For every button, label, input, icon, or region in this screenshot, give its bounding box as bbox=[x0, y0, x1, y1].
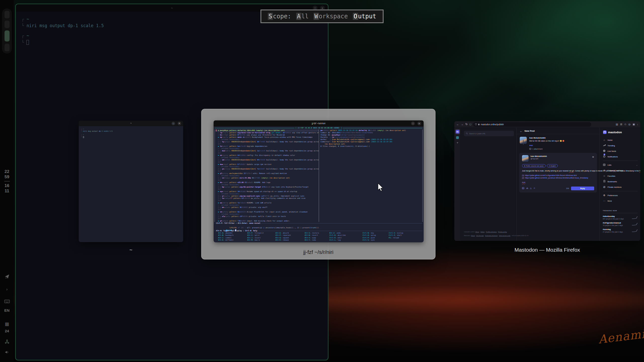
language-pill[interactable]: AEnglish bbox=[547, 164, 558, 167]
new-tab-button[interactable]: + bbox=[457, 141, 458, 145]
downloads-icon[interactable]: ↓ bbox=[637, 123, 638, 126]
instance-links[interactable]: mastodon.online: About · Status · Profil… bbox=[464, 231, 514, 233]
trending-item[interactable]: #silentsunday697 people in the past 2 da… bbox=[603, 215, 638, 220]
post-author[interactable]: Ivan Molodetskikh bbox=[529, 137, 596, 139]
search-input[interactable]: Search or paste URL bbox=[464, 131, 514, 136]
jj-log-line[interactable]: ~ (elided revisions) bbox=[216, 148, 319, 150]
tab-mastodon[interactable]: m bbox=[455, 129, 460, 134]
nav-item-preferences[interactable]: ⚙Preferences bbox=[603, 193, 638, 198]
jj-log-line[interactable]: ○ kxsrrnpt yalterz 8f3b143e wip always u… bbox=[216, 134, 319, 136]
jj-log-line[interactable]: ~ (elided revisions) bbox=[216, 157, 319, 159]
url-bar[interactable]: mastodon.online/publish bbox=[473, 122, 591, 127]
content-warning-icon[interactable]: △ bbox=[530, 187, 532, 189]
jj-log-line[interactable]: ◆ mwwrqypl yalterz b7939dbf Update cargo… bbox=[216, 163, 319, 166]
jj-log-line[interactable]: ~ (elided revisions) bbox=[216, 139, 319, 141]
telegram-icon[interactable] bbox=[0, 274, 14, 280]
nav-item-notifications[interactable]: 1Notifications bbox=[603, 154, 638, 159]
compose-card[interactable]: Ivan Molodetskikh @YaLTeR ✕ ⊕Public, any… bbox=[519, 153, 597, 193]
tab-other[interactable] bbox=[456, 136, 459, 139]
trending-item[interactable]: #refrigeratorcleanout76 people in the pa… bbox=[603, 222, 638, 226]
jj-log-line[interactable]: ├─╯ bbox=[216, 170, 319, 172]
thread-post[interactable]: Ivan Molodetskikh We've hit 15k stars on… bbox=[517, 134, 599, 151]
keyboard-layout-label[interactable]: EN bbox=[0, 308, 14, 312]
jj-log-line[interactable]: ◆ tvbomxtl yalterz ba6c5e38 Upgrade depe… bbox=[216, 145, 319, 148]
workspace-pill-1[interactable] bbox=[5, 11, 10, 18]
trending-tag[interactable]: #sonntag bbox=[603, 228, 630, 231]
jj-log-line[interactable]: ◆ ptsqtpxn yalterz f360a868 input: Add m… bbox=[216, 220, 319, 222]
privacy-pill[interactable]: ⊕Public, anyone can quote bbox=[522, 164, 546, 167]
chevron-down-icon[interactable]: ⌄ bbox=[636, 164, 638, 166]
switcher-selected-frame[interactable]: jj-fzf ~/s/r/niri □ ✕ [ JJ-FZF (0.34.0 2… bbox=[201, 109, 435, 259]
trending-item[interactable]: #sonntag27 people in the past 2 days bbox=[603, 228, 638, 233]
shield-icon[interactable] bbox=[475, 123, 477, 125]
jj-log-line[interactable]: ~ (elided revisions) bbox=[216, 175, 319, 177]
emoji-icon[interactable]: ☺ bbox=[533, 187, 535, 189]
switcher-window-jjfzf[interactable]: jj-fzf ~/s/r/niri □ ✕ [ JJ-FZF (0.34.0 2… bbox=[214, 120, 424, 242]
jj-log-line[interactable]: ◆ vnsytzsu yalterz 6bab9123 Accept Float… bbox=[216, 211, 319, 213]
bookmark-star-icon[interactable]: ✩ bbox=[624, 123, 626, 126]
jj-log-line[interactable]: ▌ @ pwsykkyo yalterz default@ 10b1c895 (… bbox=[216, 129, 319, 132]
workspace-pill-3[interactable] bbox=[5, 30, 10, 41]
jj-log-line[interactable]: │ ○ mwznwkrq 49699333+dependabot[bot] 1a… bbox=[216, 150, 319, 152]
scope-option-s[interactable]: Scope: bbox=[268, 13, 291, 20]
jj-log-line[interactable]: │ ○ twttmtyw?? yalterz 62b3b119 pw_utils… bbox=[216, 197, 319, 200]
brand-wordmark[interactable]: mastodon bbox=[608, 131, 622, 134]
screenshot-icon[interactable]: ▣ bbox=[633, 123, 635, 126]
library-icon[interactable]: □ bbox=[469, 123, 471, 126]
forward-icon[interactable]: → bbox=[461, 123, 464, 126]
jj-log-list[interactable]: ▌ @ pwsykkyo yalterz default@ 10b1c895 (… bbox=[215, 129, 319, 222]
nav-item-more[interactable]: ···More bbox=[603, 198, 638, 204]
scope-option-o[interactable]: Output bbox=[353, 13, 376, 20]
jj-log-line[interactable]: ~ (elided revisions) bbox=[216, 184, 319, 186]
back-icon[interactable]: ← bbox=[456, 123, 459, 126]
nav-item-followed-hashtags[interactable]: #Followed hashtags⌄ bbox=[603, 168, 638, 173]
attachment-label[interactable]: 1 attachment bbox=[532, 148, 542, 150]
jj-log-line[interactable]: ~ (elided revisions) bbox=[216, 193, 319, 195]
tray-grid-icon[interactable]: ▦ bbox=[0, 321, 14, 327]
nav-item-lists[interactable]: Lists⌄ bbox=[603, 162, 638, 168]
expand-chevron-icon[interactable]: › bbox=[0, 287, 14, 292]
workspace-pill-2[interactable] bbox=[5, 21, 10, 28]
nav-item-favorites[interactable]: ☆Favorites bbox=[603, 173, 638, 179]
close-button[interactable]: ✕ bbox=[178, 122, 181, 125]
jj-log-line[interactable]: │ ○ tyoptqxs 49699333+dependabot[bot] db… bbox=[216, 141, 319, 143]
mastodon-links[interactable]: Mastodon: About · Get the app · Keyboard… bbox=[464, 235, 514, 237]
jj-log-line[interactable]: ~ (elided revisions) bbox=[216, 213, 319, 215]
scope-option-w[interactable]: Workspace bbox=[314, 13, 348, 20]
account-icon[interactable]: ◎ bbox=[628, 123, 631, 126]
reload-icon[interactable]: ↻ bbox=[465, 123, 468, 126]
footer-line[interactable]: Mastodon: About · Get the app · Keyboard… bbox=[464, 235, 514, 237]
jj-log-line[interactable]: ◆ wyxrrovn yalterz 34b35a66 Rename spawn… bbox=[216, 191, 319, 193]
jj-log-line[interactable]: │ ○ yrwuwlsy yalterz wip/pw-explicit-syn… bbox=[216, 195, 319, 197]
jj-log-line[interactable]: │ ○ umkoxtws 49699333+dependabot[bot] 04… bbox=[216, 159, 319, 161]
switcher-window-firefox[interactable]: ← → ↻ □ mastodon.online/publish ▤ ⊞ ✩ ◎ … bbox=[454, 121, 640, 241]
poll-icon[interactable] bbox=[526, 187, 528, 190]
jj-log-line[interactable]: ├─╯ bbox=[216, 218, 319, 220]
jj-log-line[interactable]: │ ○ vzktwqux yalterz niri-25.08@ 9612738… bbox=[216, 177, 319, 179]
post-hashtag[interactable]: #niri bbox=[529, 144, 596, 147]
jj-log-line[interactable]: ◆ wuskmrop yalterz fafc6bc6 README: Link… bbox=[216, 202, 319, 204]
mastodon-logo-icon[interactable] bbox=[603, 130, 607, 134]
jj-log-line[interactable]: ├─╯ bbox=[216, 209, 319, 211]
jj-log-line[interactable]: ├─╯ bbox=[216, 200, 319, 202]
jj-log-line[interactable]: ├─╯ bbox=[216, 143, 319, 145]
jj-log-line[interactable]: │ ○ olulpvls yalterz c9f4d595 private: n… bbox=[216, 215, 319, 218]
scope-option-a[interactable]: All bbox=[296, 13, 308, 20]
switcher-window-terminal[interactable]: ~ □ ✕ ┌ ~└ niri msg output dp-1 scale 1.… bbox=[79, 121, 183, 242]
jj-log-line[interactable]: ○ rpkrvyro yalterz wip/move-view-on-hori… bbox=[216, 132, 319, 134]
close-icon[interactable]: ✕ bbox=[592, 156, 594, 158]
nav-item-bookmarks[interactable]: Bookmarks bbox=[603, 179, 638, 184]
close-button[interactable]: ✕ bbox=[417, 122, 421, 125]
jj-log-line[interactable]: │ ○ mnsslunz yalterz 363c8491 private: w… bbox=[216, 206, 319, 209]
jj-log-line[interactable]: ├─╯ bbox=[216, 188, 319, 191]
jj-log-line[interactable]: ├─╯ bbox=[216, 179, 319, 182]
back-arrow-icon[interactable]: ← bbox=[520, 129, 522, 132]
jj-log-line[interactable]: │ ○ kplszrwx yalterz wip/kb-pointer-targ… bbox=[216, 186, 319, 188]
jj-log-line[interactable]: ├─╯ bbox=[216, 161, 319, 163]
network-icon[interactable] bbox=[0, 339, 14, 345]
compose-textarea[interactable]: Just merged Alt-Tab to main, shortly arr… bbox=[522, 170, 594, 172]
add-image-icon[interactable] bbox=[522, 187, 524, 190]
volume-icon[interactable] bbox=[0, 350, 14, 355]
chevron-down-icon[interactable]: ⌄ bbox=[636, 169, 638, 172]
jj-log-line[interactable]: ~ (elided revisions) bbox=[216, 166, 319, 168]
